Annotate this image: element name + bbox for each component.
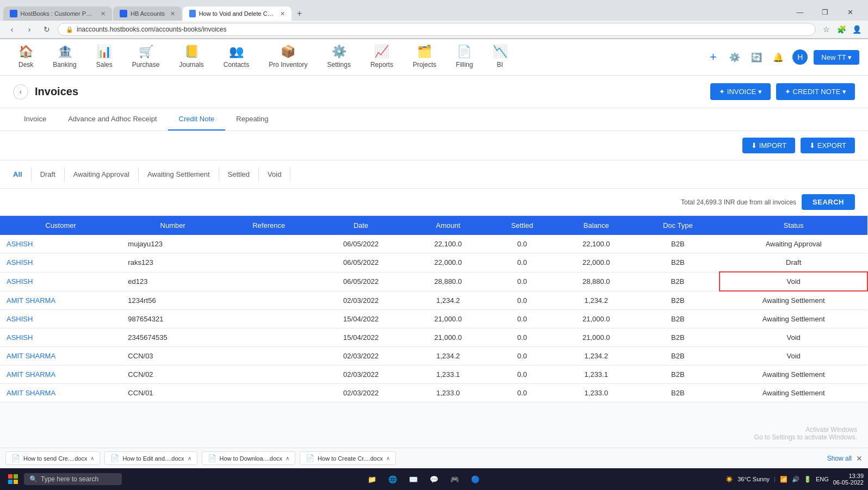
taskbar-search[interactable]: 🔍 Type here to search [24, 473, 122, 483]
file-item-1[interactable]: 📄 How to send Cre....docx ∧ [5, 451, 100, 465]
nav-item-banking[interactable]: 🏦 Banking [43, 39, 86, 75]
browser-actions: ☆ 🧩 👤 [820, 23, 863, 35]
taskbar-app5[interactable]: 🎮 [445, 470, 464, 483]
taskbar-edge[interactable]: 🌐 [383, 470, 402, 483]
import-button[interactable]: ⬇ IMPORT [742, 138, 795, 153]
new-tab-button[interactable]: + [293, 7, 306, 21]
cell-customer-1[interactable]: ASHISH [0, 253, 121, 272]
col-date: Date [313, 216, 408, 235]
settings-gear-icon[interactable]: ⚙️ [727, 49, 743, 65]
cell-customer-3[interactable]: AMIT SHARMA [0, 291, 121, 310]
new-tt-button[interactable]: New TT ▾ [814, 50, 859, 65]
tab-close-3[interactable]: ✕ [280, 10, 285, 17]
file-expand-1[interactable]: ∧ [90, 455, 94, 461]
nav-item-purchase[interactable]: 🛒 Purchase [122, 39, 170, 75]
nav-label-bi: BI [497, 61, 503, 69]
nav-item-reports[interactable]: 📈 Reports [361, 39, 403, 75]
filter-all[interactable]: All [13, 167, 32, 182]
close-filebar-button[interactable]: ✕ [856, 454, 863, 463]
browser-tab-2[interactable]: HB Accounts ✕ [113, 7, 182, 21]
start-button[interactable] [4, 470, 22, 483]
extension-icon[interactable]: 🧩 [835, 23, 847, 35]
cell-reference-6 [224, 347, 313, 365]
file-item-3[interactable]: 📄 How to Downloa....docx ∧ [202, 451, 296, 465]
cell-customer-8[interactable]: AMIT SHARMA [0, 384, 121, 402]
credit-note-button[interactable]: ✦ CREDIT NOTE ▾ [776, 83, 855, 100]
tab-invoice[interactable]: Invoice [13, 108, 57, 131]
nav-item-projects[interactable]: 🗂️ Projects [403, 39, 446, 75]
filter-awaiting-settlement[interactable]: Awaiting Settlement [139, 167, 219, 182]
forward-button[interactable]: › [23, 23, 36, 36]
filter-void[interactable]: Void [259, 167, 290, 182]
taskbar-explorer[interactable]: 📁 [363, 470, 381, 483]
maximize-button[interactable]: ❐ [813, 3, 838, 21]
user-avatar[interactable]: H [792, 49, 808, 65]
taskbar-center: 📁 🌐 ✉️ 💬 🎮 🔵 [363, 470, 485, 483]
minimize-button[interactable]: — [788, 3, 813, 21]
cell-customer-4[interactable]: ASHISH [0, 310, 121, 328]
taskbar-chrome[interactable]: 🔵 [466, 470, 485, 483]
filter-settled[interactable]: Settled [219, 167, 259, 182]
tabs-container: Invoice Advance and Adhoc Receipt Credit… [0, 108, 868, 131]
add-button[interactable]: + [705, 49, 721, 65]
file-expand-4[interactable]: ∧ [386, 455, 390, 461]
cell-customer-7[interactable]: AMIT SHARMA [0, 365, 121, 384]
nav-label-sales: Sales [96, 61, 113, 69]
tab-close-1[interactable]: ✕ [101, 10, 106, 17]
cell-customer-2[interactable]: ASHISH [0, 272, 121, 291]
nav-item-desk[interactable]: 🏠 Desk [9, 39, 43, 75]
taskbar-search-placeholder: Type here to search [41, 475, 98, 483]
close-button[interactable]: ✕ [838, 3, 863, 21]
svg-rect-2 [8, 480, 13, 483]
cell-customer-0[interactable]: ASHISH [0, 235, 121, 253]
nav-item-settings[interactable]: ⚙️ Settings [318, 39, 361, 75]
tab-repeating[interactable]: Repeating [225, 108, 279, 131]
bookmark-star-icon[interactable]: ☆ [820, 23, 832, 35]
back-button[interactable]: ‹ [5, 23, 18, 36]
cell-amount-8: 1,233.0 [408, 384, 488, 402]
file-expand-3[interactable]: ∧ [286, 455, 289, 461]
refresh-button[interactable]: ↻ [40, 23, 53, 36]
invoice-button[interactable]: ✦ INVOICE ▾ [710, 83, 771, 100]
nav-item-filling[interactable]: 📄 Filling [446, 39, 482, 75]
cell-status-0: Awaiting Approval [720, 235, 867, 253]
search-button[interactable]: SEARCH [802, 194, 855, 210]
filter-draft[interactable]: Draft [32, 167, 65, 182]
nav-item-sales[interactable]: 📊 Sales [86, 39, 122, 75]
cell-reference-1 [224, 253, 313, 272]
export-button[interactable]: ⬇ EXPORT [801, 138, 855, 153]
tab-close-2[interactable]: ✕ [170, 10, 175, 17]
windows-logo-icon [8, 474, 18, 483]
file-item-2[interactable]: 📄 How to Edit and....docx ∧ [104, 451, 197, 465]
browser-tab-1[interactable]: HostBooks : Customer Portal ✕ [3, 7, 112, 21]
nav-item-bi[interactable]: 📉 BI [483, 39, 517, 75]
sync-icon[interactable]: 🔄 [748, 49, 765, 65]
cell-amount-1: 22,000.0 [408, 253, 488, 272]
settings-icon: ⚙️ [332, 45, 346, 59]
cell-number-0: mujayu123 [121, 235, 224, 253]
table-header-row: Customer Number Reference Date Amount Se… [0, 216, 867, 235]
nav-item-pro-inventory[interactable]: 📦 Pro Inventory [259, 39, 317, 75]
tab-label-2: HB Accounts [131, 10, 165, 17]
taskbar-teams[interactable]: 💬 [425, 470, 443, 483]
tab-label-1: HostBooks : Customer Portal [21, 10, 95, 17]
tab-advance[interactable]: Advance and Adhoc Receipt [57, 108, 168, 131]
nav-item-journals[interactable]: 📒 Journals [169, 39, 213, 75]
browser-tab-3[interactable]: How to Void and Delete Credit N... ✕ [183, 7, 292, 21]
filter-awaiting-approval[interactable]: Awaiting Approval [65, 167, 139, 182]
notification-icon[interactable]: 🔔 [770, 49, 786, 65]
file-item-4[interactable]: 📄 How to Create Cr....docx ∧ [300, 451, 396, 465]
taskbar-mail[interactable]: ✉️ [404, 470, 423, 483]
cell-amount-6: 1,234.2 [408, 347, 488, 365]
cell-date-0: 06/05/2022 [313, 235, 408, 253]
cell-customer-5[interactable]: ASHISH [0, 328, 121, 347]
back-navigation-button[interactable]: ‹ [13, 84, 28, 100]
tab-credit-note[interactable]: Credit Note [168, 108, 226, 131]
purchase-icon: 🛒 [139, 45, 153, 59]
nav-item-contacts[interactable]: 👥 Contacts [214, 39, 259, 75]
address-bar[interactable]: 🔒 inaccounts.hostbooks.com/accounts-book… [58, 23, 816, 36]
file-expand-2[interactable]: ∧ [188, 455, 191, 461]
cell-customer-6[interactable]: AMIT SHARMA [0, 347, 121, 365]
show-all-button[interactable]: Show all [827, 455, 852, 462]
profile-icon[interactable]: 👤 [851, 23, 863, 35]
